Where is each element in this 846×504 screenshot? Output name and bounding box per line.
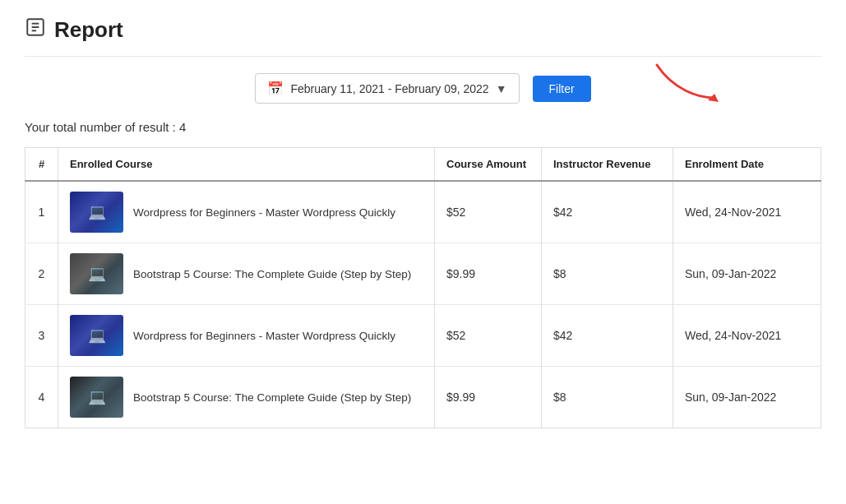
cell-amount: $9.99 [435,367,542,428]
chevron-down-icon: ▼ [496,82,507,95]
report-icon [25,16,46,43]
cell-amount: $52 [435,181,542,243]
col-header-date: Enrolment Date [673,148,821,182]
course-thumbnail: 💻 [70,377,123,418]
cell-revenue: $8 [542,367,673,428]
page-header: Report [25,16,821,57]
date-range-picker[interactable]: 📅 February 11, 2021 - February 09, 2022 … [255,73,519,104]
cell-date: Wed, 24-Nov-2021 [673,305,821,367]
cell-amount: $9.99 [435,243,542,305]
enrollments-table: # Enrolled Course Course Amount Instruct… [25,147,821,428]
course-thumbnail: 💻 [70,192,123,233]
cell-revenue: $8 [542,243,673,305]
course-name: Bootstrap 5 Course: The Complete Guide (… [133,391,411,404]
col-header-revenue: Instructor Revenue [542,148,673,182]
table-row: 2💻Bootstrap 5 Course: The Complete Guide… [25,243,821,305]
cell-date: Sun, 09-Jan-2022 [673,367,821,428]
cell-num: 2 [25,243,58,305]
cell-num: 3 [25,305,58,367]
cell-amount: $52 [435,305,542,367]
table-row: 3💻Wordpress for Beginners - Master Wordp… [25,305,821,367]
date-range-label: February 11, 2021 - February 09, 2022 [290,82,488,95]
cell-course: 💻Wordpress for Beginners - Master Wordpr… [58,305,435,367]
course-name: Wordpress for Beginners - Master Wordpre… [133,330,395,342]
cell-num: 1 [25,181,58,243]
col-header-amount: Course Amount [435,148,542,182]
course-name: Wordpress for Beginners - Master Wordpre… [133,206,395,219]
svg-marker-4 [708,94,719,102]
cell-course: 💻Wordpress for Beginners - Master Wordpr… [58,181,435,243]
filter-section: 📅 February 11, 2021 - February 09, 2022 … [25,73,821,104]
table-row: 4💻Bootstrap 5 Course: The Complete Guide… [25,367,821,428]
cell-course: 💻Bootstrap 5 Course: The Complete Guide … [58,367,435,428]
calendar-icon: 📅 [267,81,284,96]
cell-course: 💻Bootstrap 5 Course: The Complete Guide … [58,243,435,305]
cell-revenue: $42 [542,181,673,243]
cell-revenue: $42 [542,305,673,367]
cell-num: 4 [25,367,58,428]
page-title: Report [54,17,123,43]
cell-date: Sun, 09-Jan-2022 [673,243,821,305]
table-row: 1💻Wordpress for Beginners - Master Wordp… [25,181,821,243]
col-header-course: Enrolled Course [58,148,435,182]
arrow-annotation [640,49,723,106]
table-header-row: # Enrolled Course Course Amount Instruct… [25,148,821,182]
result-summary: Your total number of result : 4 [25,120,821,134]
col-header-num: # [25,148,58,182]
course-thumbnail: 💻 [70,253,123,294]
course-thumbnail: 💻 [70,315,123,356]
cell-date: Wed, 24-Nov-2021 [673,181,821,243]
filter-button[interactable]: Filter [533,76,591,102]
course-name: Bootstrap 5 Course: The Complete Guide (… [133,268,411,280]
